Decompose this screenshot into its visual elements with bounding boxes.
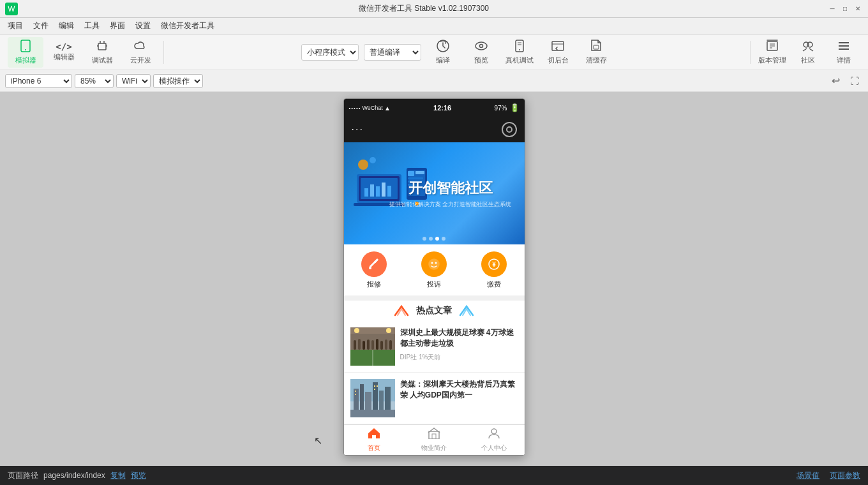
cloud-button[interactable]: 云开发 bbox=[123, 37, 158, 68]
minimize-button[interactable]: ─ bbox=[827, 4, 837, 14]
mode-select[interactable]: 小程序模式 插件模式 bbox=[301, 44, 359, 61]
preview-link[interactable]: 预览 bbox=[131, 470, 146, 481]
svg-rect-31 bbox=[364, 188, 368, 197]
banner-dot-1 bbox=[423, 237, 426, 241]
svg-rect-16 bbox=[594, 45, 599, 49]
title-bar: W 微信开发者工具 Stable v1.02.1907300 ─ □ ✕ bbox=[0, 0, 868, 18]
status-path-value: pages/index/index bbox=[43, 471, 105, 480]
svg-rect-32 bbox=[370, 184, 374, 197]
cloud-icon bbox=[134, 40, 147, 54]
status-right: 场景值 页面参数 bbox=[797, 470, 860, 481]
cache-button[interactable]: 清缓存 bbox=[580, 37, 613, 68]
svg-rect-63 bbox=[371, 340, 374, 350]
record-inner bbox=[506, 126, 513, 133]
wifi-icon: ▲ bbox=[384, 105, 391, 112]
toolbar-right: 版本管理 社区 详情 bbox=[756, 37, 860, 68]
page-params-label[interactable]: 页面参数 bbox=[830, 470, 860, 481]
community-button[interactable]: 社区 bbox=[791, 37, 825, 68]
nav-profile-label: 个人中心 bbox=[481, 444, 507, 452]
svg-point-49 bbox=[429, 259, 439, 269]
close-button[interactable]: ✕ bbox=[853, 4, 863, 14]
complaint-icon bbox=[421, 251, 447, 277]
banner-dot-2 bbox=[429, 237, 433, 241]
network-select[interactable]: WiFi 4G 3G 2G 断网 bbox=[116, 74, 151, 88]
device-select[interactable]: iPhone 5 iPhone 6 iPhone 6 Plus iPhone X bbox=[5, 74, 72, 88]
svg-rect-84 bbox=[429, 431, 439, 439]
copy-link[interactable]: 复制 bbox=[110, 470, 126, 481]
svg-point-45 bbox=[358, 160, 368, 170]
real-debug-button[interactable]: 真机调试 bbox=[503, 37, 536, 68]
preview-button[interactable]: 预览 bbox=[465, 37, 498, 68]
menu-tools[interactable]: 工具 bbox=[79, 18, 105, 34]
article-item-2[interactable]: 美媒：深圳摩天大楼热背后乃真繁荣 人均GDP国内第一 bbox=[344, 373, 525, 424]
svg-rect-59 bbox=[354, 340, 356, 350]
status-left: 页面路径 pages/index/index 复制 预览 bbox=[8, 470, 146, 481]
toolbar-divider-2 bbox=[750, 41, 751, 64]
maximize-button[interactable]: □ bbox=[840, 4, 850, 14]
article-item-1[interactable]: 深圳史上最大规模足球赛 4万球迷都主动带走垃圾 DIP社 1%天前 bbox=[344, 321, 525, 373]
repair-label: 报修 bbox=[367, 280, 381, 289]
compile-select[interactable]: 普通编译 自定义编译 bbox=[364, 44, 421, 61]
window-controls: ─ □ ✕ bbox=[827, 4, 863, 14]
editor-icon: </> bbox=[56, 42, 71, 51]
carrier-name: WeChat bbox=[363, 105, 383, 111]
cloud-label: 云开发 bbox=[130, 56, 151, 65]
scene-value-label[interactable]: 场景值 bbox=[797, 470, 819, 481]
menu-project[interactable]: 项目 bbox=[3, 18, 28, 34]
menu-interface[interactable]: 界面 bbox=[105, 18, 130, 34]
svg-rect-65 bbox=[380, 341, 383, 350]
svg-point-47 bbox=[369, 267, 371, 269]
simulator-label: 模拟器 bbox=[15, 56, 36, 65]
svg-rect-61 bbox=[363, 341, 365, 350]
banner-title: 开创智能社区 bbox=[408, 179, 493, 198]
svg-rect-82 bbox=[377, 385, 378, 387]
detail-button[interactable]: 详情 bbox=[827, 37, 860, 68]
rotate-button[interactable]: ↩ bbox=[828, 75, 844, 87]
menu-settings[interactable]: 设置 bbox=[130, 18, 156, 34]
fullscreen-button[interactable]: ⛶ bbox=[846, 76, 863, 86]
preview-icon bbox=[474, 39, 488, 54]
simulator-button[interactable]: 模拟器 bbox=[8, 37, 43, 68]
nav-property-label: 物业简介 bbox=[421, 444, 447, 452]
section-deco-left bbox=[392, 303, 411, 318]
svg-point-58 bbox=[386, 328, 391, 333]
nav-property[interactable]: 物业简介 bbox=[404, 428, 464, 452]
menu-devtools[interactable]: 微信开发者工具 bbox=[156, 18, 220, 34]
compile-button[interactable]: 编译 bbox=[426, 37, 460, 68]
operation-select[interactable]: 模拟操作 bbox=[153, 74, 203, 88]
complaint-action[interactable]: 投诉 bbox=[421, 251, 447, 289]
debugger-icon bbox=[96, 40, 108, 54]
cache-icon bbox=[589, 39, 603, 54]
battery-percent: 97% bbox=[494, 105, 507, 112]
svg-text:¥: ¥ bbox=[493, 261, 497, 268]
nav-profile[interactable]: 个人中心 bbox=[464, 428, 524, 452]
editor-button[interactable]: </> 编辑器 bbox=[46, 37, 82, 68]
home-icon bbox=[368, 428, 380, 442]
cut-bg-button[interactable]: 切后台 bbox=[541, 37, 574, 68]
wechat-menu-dots[interactable]: ··· bbox=[352, 124, 364, 135]
zoom-select[interactable]: 50% 75% 85% 100% 125% bbox=[75, 74, 114, 88]
wechat-record-button[interactable] bbox=[502, 122, 517, 137]
svg-rect-83 bbox=[374, 389, 375, 390]
compile-icon bbox=[436, 39, 450, 54]
repair-action[interactable]: 报修 bbox=[361, 251, 387, 289]
debugger-button[interactable]: 调试器 bbox=[84, 37, 120, 68]
svg-rect-67 bbox=[389, 340, 392, 350]
menu-file[interactable]: 文件 bbox=[28, 18, 54, 34]
svg-rect-34 bbox=[382, 183, 385, 197]
payment-action[interactable]: ¥ 缴费 bbox=[481, 251, 507, 289]
toolbar: 模拟器 </> 编辑器 调试器 云开发 小程序模式 bbox=[0, 34, 868, 70]
menu-edit[interactable]: 编辑 bbox=[54, 18, 79, 34]
editor-label: 编辑器 bbox=[54, 52, 75, 62]
preview-label: 预览 bbox=[474, 56, 488, 65]
nav-home[interactable]: 首页 bbox=[344, 428, 404, 452]
complaint-label: 投诉 bbox=[427, 280, 441, 289]
version-mgmt-button[interactable]: 版本管理 bbox=[756, 37, 789, 68]
simulator-icon bbox=[19, 40, 32, 54]
svg-point-51 bbox=[435, 262, 437, 264]
sub-toolbar: iPhone 5 iPhone 6 iPhone 6 Plus iPhone X… bbox=[0, 70, 868, 92]
detail-label: 详情 bbox=[837, 56, 851, 65]
profile-icon bbox=[488, 428, 500, 442]
article-title-2: 美媒：深圳摩天大楼热背后乃真繁荣 人均GDP国内第一 bbox=[400, 379, 518, 401]
detail-icon bbox=[837, 39, 851, 54]
